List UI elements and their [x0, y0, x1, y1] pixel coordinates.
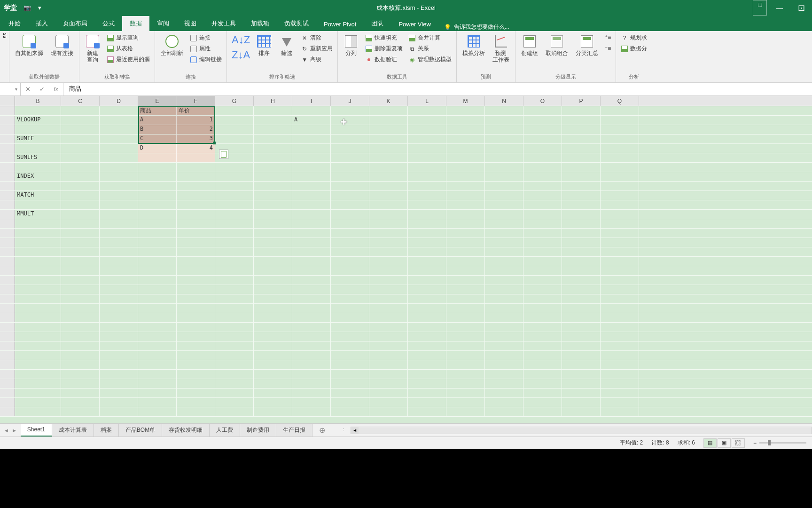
tab-nav-prev-icon[interactable]: ◄ — [4, 428, 9, 433]
sheet-tab[interactable]: 档案 — [94, 424, 119, 437]
ungroup-button[interactable]: 取消组合 — [543, 33, 571, 57]
zoom-out-button[interactable]: − — [753, 440, 757, 446]
cancel-formula-button[interactable]: ✕ — [21, 86, 35, 93]
fx-button[interactable]: fx — [49, 86, 63, 93]
tab-team[interactable]: 团队 — [364, 16, 391, 31]
zoom-control[interactable]: − — [753, 440, 806, 446]
col-header[interactable]: O — [523, 96, 562, 106]
col-header[interactable]: K — [369, 96, 408, 106]
scroll-left-icon[interactable]: ◄ — [351, 427, 359, 434]
col-header[interactable]: G — [215, 96, 254, 106]
data-validation-button[interactable]: 数据验证 — [363, 55, 405, 64]
group-label: 排序和筛选 — [230, 72, 335, 81]
page-break-view-button[interactable]: ⿴ — [732, 438, 745, 448]
from-other-sources-button[interactable]: 自其他来源 — [12, 33, 46, 57]
tab-view[interactable]: 视图 — [177, 16, 204, 31]
hide-detail-button[interactable]: ⁻≡ — [603, 44, 613, 53]
recent-sources-button[interactable]: 最近使用的源 — [105, 55, 152, 64]
spreadsheet-grid[interactable]: B C D E F G H I J K L M N O P Q 商品单价VLOO… — [0, 96, 812, 423]
col-header[interactable]: Q — [601, 96, 639, 106]
reapply-button[interactable]: ↻重新应用 — [299, 44, 335, 54]
subtotal-button[interactable]: 分类汇总 — [573, 33, 601, 57]
sort-desc-button[interactable]: Z↓A — [230, 48, 252, 62]
sort-button[interactable]: 排序 — [254, 33, 274, 57]
edit-links-button[interactable]: 编辑链接 — [188, 55, 224, 64]
tab-nav-next-icon[interactable]: ► — [12, 428, 17, 433]
tab-load-test[interactable]: 负载测试 — [277, 16, 316, 31]
tab-insert[interactable]: 插入 — [28, 16, 55, 31]
page-layout-view-button[interactable]: ▣ — [718, 438, 731, 448]
relationships-button[interactable]: ⧉关系 — [406, 44, 453, 54]
show-queries-button[interactable]: 显示查询 — [105, 33, 152, 43]
ribbon-display-options-icon[interactable]: ⬚ — [753, 0, 767, 16]
col-header[interactable]: M — [446, 96, 485, 106]
what-if-button[interactable]: 模拟分析 — [460, 33, 488, 57]
formula-input[interactable]: 商品 — [63, 83, 812, 95]
show-detail-button[interactable]: ⁺≡ — [603, 33, 613, 41]
col-header[interactable]: E — [138, 96, 177, 106]
col-header[interactable]: C — [61, 96, 100, 106]
tab-formulas[interactable]: 公式 — [95, 16, 122, 31]
qat-customize-icon[interactable]: ▾ — [35, 3, 44, 13]
properties-button[interactable]: 属性 — [188, 44, 224, 54]
tab-review[interactable]: 审阅 — [149, 16, 177, 31]
new-query-button[interactable]: 新建 查询 — [82, 33, 103, 64]
col-header[interactable]: D — [100, 96, 138, 106]
sheet-tab[interactable]: 人工费 — [210, 424, 240, 437]
manage-model-button[interactable]: ◉管理数据模型 — [406, 55, 453, 64]
tab-power-pivot[interactable]: Power Pivot — [316, 17, 364, 31]
status-count: 计数: 8 — [651, 439, 669, 447]
col-header[interactable]: H — [254, 96, 292, 106]
tab-data[interactable]: 数据 — [122, 16, 149, 31]
advanced-filter-button[interactable]: ▼高级 — [299, 55, 335, 64]
col-header[interactable]: N — [485, 96, 523, 106]
flash-fill-button[interactable]: 快速填充 — [363, 33, 405, 43]
connections-button[interactable]: 连接 — [188, 33, 224, 43]
solver-button[interactable]: ?规划求 — [619, 33, 649, 43]
data-analysis-button[interactable]: 数据分 — [619, 44, 649, 54]
refresh-all-button[interactable]: 全部刷新 — [158, 33, 186, 57]
col-header[interactable]: J — [331, 96, 369, 106]
col-header[interactable]: P — [562, 96, 601, 106]
sheet-tab[interactable]: 存货收发明细 — [162, 424, 210, 437]
consolidate-button[interactable]: 合并计算 — [406, 33, 453, 43]
forecast-sheet-button[interactable]: 预测 工作表 — [490, 33, 512, 64]
normal-view-button[interactable]: ▦ — [703, 438, 717, 448]
group-button[interactable]: 创建组 — [518, 33, 541, 57]
close-icon[interactable]: ⊡ — [790, 0, 812, 16]
sheet-tab[interactable]: 制造费用 — [240, 424, 276, 437]
camera-icon[interactable]: 📷 — [23, 3, 32, 13]
name-box[interactable]: ▾ — [0, 83, 21, 95]
col-header[interactable]: B — [15, 96, 61, 106]
from-table-button[interactable]: 从表格 — [105, 44, 152, 54]
col-header[interactable]: I — [292, 96, 331, 106]
col-header[interactable]: F — [177, 96, 215, 106]
group-label: 分析 — [619, 72, 649, 81]
text-to-columns-button[interactable]: 分列 — [341, 33, 361, 57]
tab-home[interactable]: 开始 — [1, 16, 28, 31]
sheet-tab[interactable]: Sheet1 — [21, 424, 52, 437]
sheet-tab[interactable]: 成本计算表 — [52, 424, 94, 437]
window-title: 成本核算.xlsm - Excel — [376, 4, 436, 12]
col-header[interactable]: L — [408, 96, 446, 106]
clear-filter-button[interactable]: ✕清除 — [299, 33, 335, 43]
tab-developer[interactable]: 开发工具 — [204, 16, 243, 31]
remove-duplicates-button[interactable]: 删除重复项 — [363, 44, 405, 54]
existing-connections-button[interactable]: 现有连接 — [48, 33, 76, 57]
tab-addins[interactable]: 加载项 — [243, 16, 277, 31]
paste-options-button[interactable] — [219, 150, 228, 159]
tell-me[interactable]: 💡 告诉我您想要做什么... — [438, 23, 515, 31]
status-average: 平均值: 2 — [620, 439, 643, 447]
enter-formula-button[interactable]: ✓ — [35, 86, 49, 93]
title-bar: 学堂 📷 ▾ 成本核算.xlsm - Excel ⬚ — ⊡ — [0, 0, 812, 16]
minimize-button[interactable]: — — [769, 0, 790, 16]
sheet-tab[interactable]: 产品BOM单 — [119, 424, 162, 437]
filter-button[interactable]: 筛选 — [276, 33, 297, 57]
tab-layout[interactable]: 页面布局 — [55, 16, 95, 31]
sheet-tab[interactable]: 生产日报 — [276, 424, 312, 437]
tab-power-view[interactable]: Power View — [391, 17, 438, 31]
horizontal-scrollbar[interactable]: ◄ — [351, 427, 812, 434]
sort-asc-button[interactable]: A↓Z — [230, 33, 252, 47]
select-all-corner[interactable] — [0, 96, 15, 106]
new-sheet-button[interactable]: ⊕ — [312, 424, 332, 437]
